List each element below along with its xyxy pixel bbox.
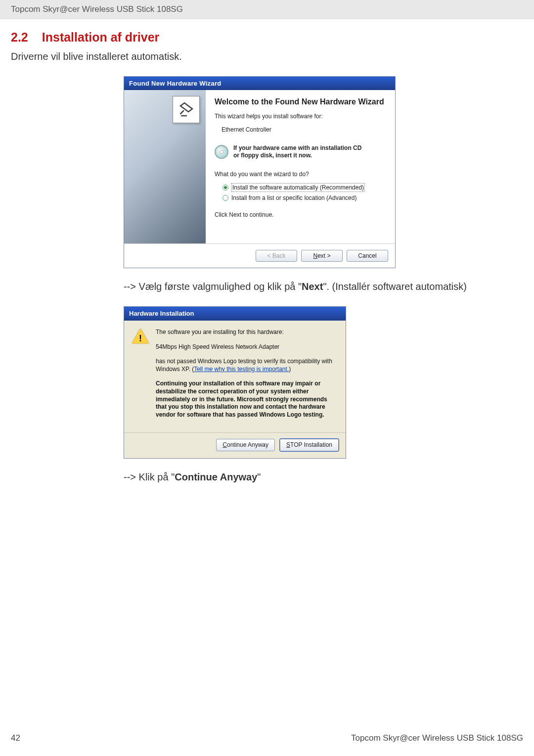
page-number: 42 xyxy=(11,733,20,744)
wizard-helps-text: This wizard helps you install software f… xyxy=(215,112,385,120)
page-footer: 42 Topcom Skyr@cer Wireless USB Stick 10… xyxy=(11,733,523,744)
radio-install-list[interactable]: Install from a list or specific location… xyxy=(222,194,385,202)
radio-label-list: Install from a list or specific location… xyxy=(231,194,356,202)
section-title-text: Installation af driver xyxy=(42,30,160,44)
warning-icon: ! xyxy=(132,329,149,345)
click-next-text: Click Next to continue. xyxy=(215,211,385,219)
dlg2-line1: The software you are installing for this… xyxy=(156,329,336,336)
radio-dot-selected-icon xyxy=(222,185,228,190)
dlg2-warning-bold: Continuing your installation of this sof… xyxy=(156,380,336,419)
radio-label-auto: Install the software automatically (Reco… xyxy=(231,183,365,192)
device-name: Ethernet Controller xyxy=(222,126,385,134)
radio-dot-icon xyxy=(222,195,228,201)
stop-installation-button[interactable]: STOP Installation xyxy=(280,439,339,451)
continue-anyway-button[interactable]: Continue Anyway xyxy=(216,439,275,451)
footer-product: Topcom Skyr@cer Wireless USB Stick 108SG xyxy=(351,733,523,744)
cd-icon xyxy=(215,145,228,159)
wizard-sidebar-image xyxy=(124,90,206,243)
header-product: Topcom Skyr@cer Wireless USB Stick 108SG xyxy=(0,0,534,19)
cd-instruction: If your hardware came with an installati… xyxy=(233,144,361,159)
wizard-heading: Welcome to the Found New Hardware Wizard xyxy=(215,97,385,106)
hardware-icon xyxy=(173,96,200,123)
wizard-titlebar: Found New Hardware Wizard xyxy=(124,77,395,91)
hardware-installation-dialog: Hardware Installation ! The software you… xyxy=(124,306,346,458)
wizard-button-row: < Back Next > Cancel xyxy=(124,243,395,268)
cancel-button[interactable]: Cancel xyxy=(347,250,388,262)
dialog2-titlebar: Hardware Installation xyxy=(124,307,346,321)
back-button: < Back xyxy=(256,250,297,262)
section-number: 2.2 xyxy=(11,30,28,44)
wizard-question: What do you want the wizard to do? xyxy=(215,170,385,178)
next-button[interactable]: Next > xyxy=(301,250,343,262)
intro-paragraph: Driverne vil blive installeret automatis… xyxy=(0,50,534,76)
dlg2-device: 54Mbps High Speed Wireless Network Adapt… xyxy=(156,343,336,351)
found-new-hardware-wizard: Found New Hardware Wizard Welcome to the… xyxy=(124,76,396,269)
instruction-next: --> Vælg første valgmulighed og klik på … xyxy=(124,280,490,293)
radio-install-auto[interactable]: Install the software automatically (Reco… xyxy=(222,183,385,192)
section-heading: 2.2Installation af driver xyxy=(0,19,534,50)
dlg2-logo-test: has not passed Windows Logo testing to v… xyxy=(156,358,336,373)
instruction-continue: --> Klik på "Continue Anyway" xyxy=(124,471,490,484)
dlg2-button-row: Continue Anyway STOP Installation xyxy=(124,432,346,458)
tell-me-why-link[interactable]: Tell me why this testing is important. xyxy=(194,366,289,373)
